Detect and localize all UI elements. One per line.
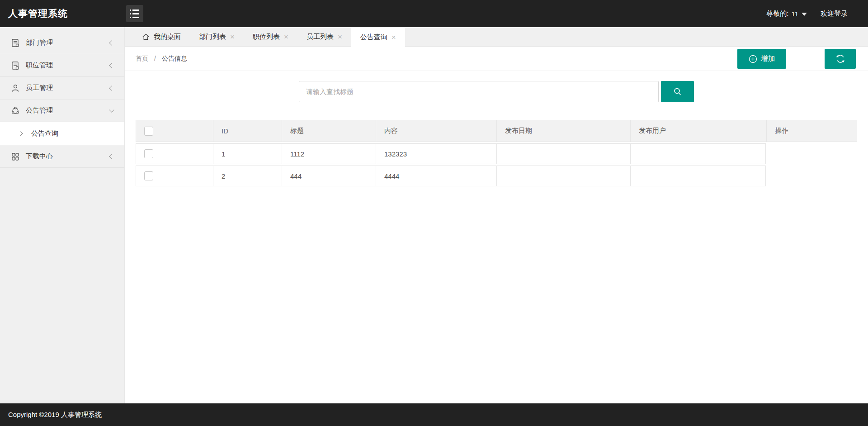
menu-toggle-icon[interactable]: [126, 5, 143, 22]
row-checkbox[interactable]: [144, 149, 153, 158]
footer: Copyright ©2019 人事管理系统: [0, 403, 868, 426]
sidebar: 部门管理 职位管理 员工管理 公告管理 公告查询: [0, 27, 125, 403]
cell-title: 444: [282, 166, 376, 186]
topbar: 人事管理系统 尊敬的: 11 欢迎登录: [0, 0, 868, 27]
breadcrumb-separator: /: [154, 55, 156, 62]
cell-pub-user: [630, 144, 765, 164]
row-checkbox[interactable]: [144, 171, 153, 180]
topbar-right: 尊敬的: 11 欢迎登录: [766, 0, 848, 27]
sidebar-item-announcement[interactable]: 公告管理: [0, 99, 124, 122]
search-input[interactable]: [299, 81, 659, 102]
refresh-button[interactable]: [825, 49, 856, 69]
tab-department-list[interactable]: 部门列表 ×: [190, 27, 244, 46]
tab-position-list[interactable]: 职位列表 ×: [244, 27, 297, 46]
breadcrumb-home-link[interactable]: 首页: [136, 55, 148, 62]
cell-content: 132323: [376, 144, 496, 164]
document-icon: [11, 38, 20, 47]
person-icon: [11, 84, 20, 93]
breadcrumb-row: 首页 / 公告信息 增加: [125, 47, 868, 71]
cell-id: 2: [213, 166, 282, 186]
menu-line: [130, 9, 140, 11]
announcement-table: ID 标题 内容 发布日期 发布用户 操作 1 1112 132323 2 44…: [136, 120, 857, 186]
cell-title: 1112: [282, 144, 376, 164]
sidebar-item-label: 下载中心: [26, 152, 110, 161]
close-icon[interactable]: ×: [392, 33, 396, 41]
close-icon[interactable]: ×: [284, 33, 288, 41]
close-icon[interactable]: ×: [230, 33, 235, 41]
menu-line: [130, 17, 140, 18]
menu-line: [130, 13, 140, 14]
sidebar-item-announcement-query[interactable]: 公告查询: [0, 122, 124, 145]
cell-pub-date: [496, 144, 630, 164]
breadcrumb-current: 公告信息: [162, 55, 187, 62]
sidebar-item-label: 员工管理: [26, 84, 110, 92]
tab-announcement-query[interactable]: 公告查询 ×: [351, 27, 405, 47]
cell-content: 4444: [376, 166, 496, 186]
sidebar-item-position[interactable]: 职位管理: [0, 54, 124, 77]
sidebar-item-employee[interactable]: 员工管理: [0, 77, 124, 99]
tab-strip: 我的桌面 部门列表 × 职位列表 × 员工列表 × 公告查询 ×: [125, 27, 868, 47]
sidebar-item-download-center[interactable]: 下载中心: [0, 145, 124, 168]
share-icon: [11, 106, 20, 115]
chevron-left-icon: [109, 154, 114, 159]
cell-id: 1: [213, 144, 282, 164]
select-all-checkbox[interactable]: [144, 127, 153, 136]
table-header-row: ID 标题 内容 发布日期 发布用户 操作: [136, 120, 857, 142]
home-icon: [142, 33, 150, 41]
row-checkbox-cell: [136, 166, 213, 186]
table-row: 2 444 4444: [136, 166, 766, 186]
chevron-left-icon: [109, 63, 114, 68]
sidebar-submenu: 公告查询: [0, 122, 124, 145]
welcome-login-link[interactable]: 欢迎登录: [821, 9, 848, 18]
tab-employee-list[interactable]: 员工列表 ×: [297, 27, 351, 46]
cell-pub-user: [630, 166, 765, 186]
tab-label: 公告查询: [360, 33, 387, 42]
tab-label: 我的桌面: [154, 33, 181, 41]
sidebar-item-label: 职位管理: [26, 61, 110, 70]
refresh-icon: [835, 54, 845, 64]
username-dropdown[interactable]: 11: [791, 10, 798, 18]
sidebar-item-department[interactable]: 部门管理: [0, 32, 124, 54]
add-button[interactable]: 增加: [737, 49, 786, 69]
document-icon: [11, 61, 20, 70]
caret-down-icon[interactable]: [802, 13, 807, 16]
greeting-label: 尊敬的:: [766, 9, 788, 18]
sidebar-item-label: 部门管理: [26, 38, 110, 47]
chevron-down-icon: [109, 107, 114, 112]
chevron-left-icon: [109, 40, 114, 45]
chevron-right-icon: [19, 131, 23, 136]
tab-label: 职位列表: [253, 33, 280, 41]
row-checkbox-cell: [136, 144, 213, 164]
sidebar-subitem-label: 公告查询: [31, 129, 58, 138]
copyright-text: Copyright ©2019 人事管理系统: [8, 411, 102, 419]
search-button[interactable]: [661, 81, 694, 102]
app-title: 人事管理系统: [8, 0, 68, 27]
chevron-left-icon: [109, 85, 114, 90]
column-header-pub-user: 发布用户: [630, 120, 766, 142]
main-content: 我的桌面 部门列表 × 职位列表 × 员工列表 × 公告查询 × 首页 / 公告…: [125, 27, 868, 403]
column-header-content: 内容: [376, 120, 496, 142]
column-header-pub-date: 发布日期: [496, 120, 630, 142]
plus-circle-icon: [749, 55, 757, 63]
column-header-id: ID: [213, 120, 282, 142]
tab-my-desktop[interactable]: 我的桌面: [133, 27, 190, 46]
add-button-label: 增加: [761, 54, 775, 64]
column-header-actions: 操作: [766, 120, 857, 142]
tab-label: 员工列表: [307, 33, 334, 41]
search-icon: [673, 87, 683, 97]
table-row: 1 1112 132323: [136, 143, 766, 164]
close-icon[interactable]: ×: [338, 33, 342, 41]
sidebar-item-label: 公告管理: [26, 106, 110, 115]
cell-pub-date: [496, 166, 630, 186]
breadcrumb: 首页 / 公告信息: [125, 55, 187, 63]
header-checkbox-cell: [136, 120, 213, 142]
grid-icon: [11, 152, 20, 161]
tab-label: 部门列表: [199, 33, 226, 41]
column-header-title: 标题: [282, 120, 376, 142]
